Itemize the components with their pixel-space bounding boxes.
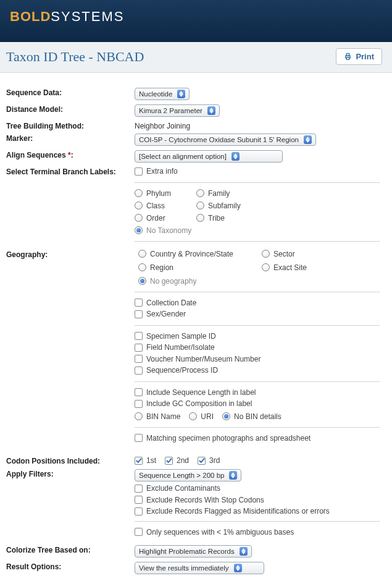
sex-gender-checkbox[interactable]: Sex/Gender bbox=[135, 310, 186, 318]
collection-date-checkbox[interactable]: Collection Date bbox=[135, 299, 196, 307]
filter-select[interactable]: Sequence Length > 200 bp bbox=[135, 469, 241, 481]
geography-country-radio[interactable]: Country & Province/State bbox=[138, 250, 262, 258]
label-codon-positions: Codon Positions Included: bbox=[6, 455, 135, 465]
align-sequences-select[interactable]: [Select an alignment option] bbox=[135, 150, 283, 163]
taxonomy-class-radio[interactable]: Class bbox=[135, 201, 196, 210]
select-value: Nucleotide bbox=[139, 90, 176, 98]
result-options-select[interactable]: View the results immediately bbox=[135, 562, 264, 574]
chevron-updown-icon bbox=[240, 547, 248, 556]
label-marker: Marker: bbox=[6, 132, 135, 143]
select-value: COI-5P - Cytochrome Oxidase Subunit 1 5'… bbox=[139, 136, 302, 143]
chevron-updown-icon bbox=[304, 135, 312, 144]
label-colorize: Colorize Tree Based on: bbox=[6, 544, 135, 554]
brand-bold: BOLD bbox=[10, 9, 51, 24]
codon-1st-checkbox[interactable]: 1st bbox=[135, 456, 156, 465]
colorize-select[interactable]: Highlight Problematic Records bbox=[135, 545, 252, 558]
select-value: Kimura 2 Parameter bbox=[139, 107, 206, 114]
marker-select[interactable]: COI-5P - Cytochrome Oxidase Subunit 1 5'… bbox=[135, 134, 316, 146]
title-bar: Taxon ID Tree - NBCAD Print bbox=[0, 42, 392, 73]
label-terminal-branch: Select Terminal Branch Labels: bbox=[6, 166, 135, 176]
chevron-updown-icon bbox=[231, 152, 240, 161]
process-id-checkbox[interactable]: Sequence/Process ID bbox=[135, 366, 218, 375]
taxonomy-subfamily-radio[interactable]: Subfamily bbox=[196, 201, 258, 210]
bin-name-radio[interactable]: BIN Name bbox=[135, 412, 180, 421]
label-result-options: Result Options: bbox=[6, 561, 135, 571]
tree-method-value: Neighbor Joining bbox=[135, 120, 380, 130]
svg-rect-2 bbox=[347, 57, 349, 59]
print-label: Print bbox=[356, 52, 374, 61]
select-value: Sequence Length > 200 bp bbox=[139, 472, 228, 479]
geography-sector-radio[interactable]: Sector bbox=[262, 250, 354, 258]
matching-specimen-checkbox[interactable]: Matching specimen photographs and spread… bbox=[135, 434, 311, 443]
select-value: Highlight Problematic Records bbox=[139, 548, 238, 555]
svg-rect-1 bbox=[347, 54, 349, 56]
select-value: View the results immediately bbox=[139, 564, 233, 572]
taxonomy-family-radio[interactable]: Family bbox=[196, 189, 258, 198]
distance-model-select[interactable]: Kimura 2 Parameter bbox=[135, 104, 220, 117]
exclude-contaminants-checkbox[interactable]: Exclude Contaminants bbox=[135, 484, 220, 493]
label-geography: Geography: bbox=[6, 248, 135, 259]
print-icon bbox=[344, 53, 352, 61]
codon-2nd-checkbox[interactable]: 2nd bbox=[165, 456, 189, 465]
app-header: BOLDSYSTEMS bbox=[0, 0, 392, 42]
gc-comp-checkbox[interactable]: Include GC Composition in label bbox=[135, 399, 252, 408]
chevron-updown-icon bbox=[234, 564, 242, 572]
taxonomy-phylum-radio[interactable]: Phylum bbox=[135, 189, 196, 198]
exclude-stop-codons-checkbox[interactable]: Exclude Records With Stop Codons bbox=[135, 496, 264, 504]
ambiguous-bases-checkbox[interactable]: Only sequences with < 1% ambiguous bases bbox=[135, 528, 294, 536]
form-content: Sequence Data: Nucleotide Distance Model… bbox=[0, 73, 392, 581]
taxonomy-none-radio[interactable]: No Taxonomy bbox=[135, 226, 258, 235]
taxonomy-order-radio[interactable]: Order bbox=[135, 214, 196, 223]
label-apply-filters: Apply Filters: bbox=[6, 468, 135, 478]
geography-region-radio[interactable]: Region bbox=[138, 263, 262, 272]
label-align-sequences: Align Sequences *: bbox=[6, 149, 135, 159]
page-title: Taxon ID Tree - NBCAD bbox=[6, 49, 144, 65]
chevron-updown-icon bbox=[177, 90, 185, 98]
sample-id-checkbox[interactable]: Specimen Sample ID bbox=[135, 332, 216, 341]
geography-none-radio[interactable]: No geography bbox=[138, 277, 354, 286]
print-button[interactable]: Print bbox=[336, 48, 382, 65]
no-bin-radio[interactable]: No BIN details bbox=[222, 412, 281, 421]
seq-length-label-checkbox[interactable]: Include Sequence Length in label bbox=[135, 388, 256, 397]
codon-3rd-checkbox[interactable]: 3rd bbox=[198, 456, 220, 465]
label-tree-method: Tree Building Method: bbox=[6, 120, 135, 130]
brand-systems: SYSTEMS bbox=[51, 9, 124, 24]
voucher-checkbox[interactable]: Voucher Number/Museum Number bbox=[135, 355, 261, 363]
extra-info-checkbox[interactable]: Extra info bbox=[135, 167, 178, 176]
bin-uri-radio[interactable]: URI bbox=[189, 412, 214, 421]
geography-exact-radio[interactable]: Exact Site bbox=[262, 263, 354, 272]
sequence-data-select[interactable]: Nucleotide bbox=[135, 88, 190, 100]
brand-logo: BOLDSYSTEMS bbox=[10, 9, 382, 25]
chevron-updown-icon bbox=[207, 106, 215, 115]
chevron-updown-icon bbox=[229, 471, 237, 480]
exclude-flagged-checkbox[interactable]: Exclude Records Flagged as Misidentifica… bbox=[135, 507, 330, 515]
field-number-checkbox[interactable]: Field Number/Isolate bbox=[135, 343, 215, 352]
label-sequence-data: Sequence Data: bbox=[6, 87, 135, 97]
label-distance-model: Distance Model: bbox=[6, 103, 135, 114]
taxonomy-tribe-radio[interactable]: Tribe bbox=[196, 214, 258, 223]
select-value: [Select an alignment option] bbox=[139, 153, 230, 160]
